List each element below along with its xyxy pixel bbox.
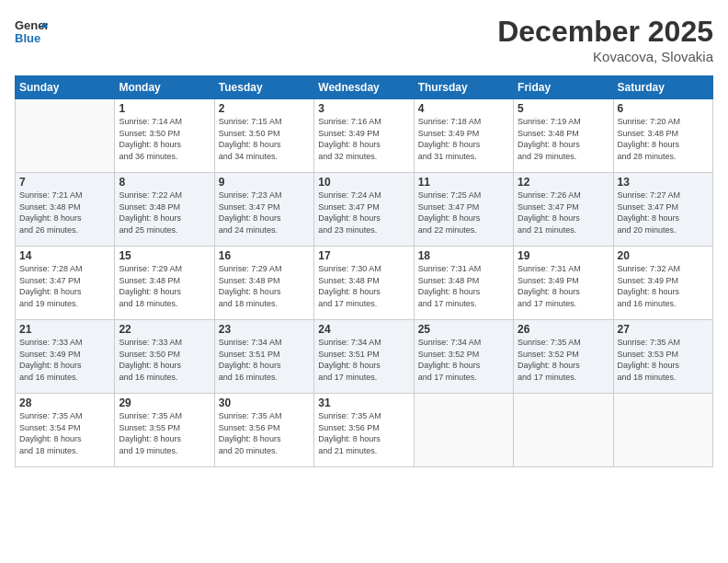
table-row: 18Sunrise: 7:31 AM Sunset: 3:48 PM Dayli… <box>414 247 513 320</box>
table-row: 4Sunrise: 7:18 AM Sunset: 3:49 PM Daylig… <box>414 99 513 173</box>
table-row: 1Sunrise: 7:14 AM Sunset: 3:50 PM Daylig… <box>115 99 214 173</box>
day-number: 29 <box>119 396 210 409</box>
header-row: Sunday Monday Tuesday Wednesday Thursday… <box>16 76 713 99</box>
day-info: Sunrise: 7:33 AM Sunset: 3:49 PM Dayligh… <box>19 337 110 383</box>
table-row: 9Sunrise: 7:23 AM Sunset: 3:47 PM Daylig… <box>214 173 313 247</box>
day-number: 23 <box>219 323 310 336</box>
day-info: Sunrise: 7:15 AM Sunset: 3:50 PM Dayligh… <box>219 116 310 162</box>
day-info: Sunrise: 7:29 AM Sunset: 3:48 PM Dayligh… <box>219 263 310 309</box>
table-row: 15Sunrise: 7:29 AM Sunset: 3:48 PM Dayli… <box>115 247 214 320</box>
table-row: 28Sunrise: 7:35 AM Sunset: 3:54 PM Dayli… <box>16 394 115 467</box>
day-number: 19 <box>518 249 609 262</box>
day-number: 8 <box>119 176 210 189</box>
table-row <box>514 394 613 467</box>
day-number: 22 <box>119 323 210 336</box>
day-number: 1 <box>119 102 210 115</box>
table-row: 26Sunrise: 7:35 AM Sunset: 3:52 PM Dayli… <box>514 320 613 394</box>
table-row: 14Sunrise: 7:28 AM Sunset: 3:47 PM Dayli… <box>16 247 115 320</box>
table-row: 3Sunrise: 7:16 AM Sunset: 3:49 PM Daylig… <box>314 99 414 173</box>
day-number: 20 <box>618 249 709 262</box>
day-number: 4 <box>418 102 509 115</box>
day-info: Sunrise: 7:35 AM Sunset: 3:52 PM Dayligh… <box>518 337 609 383</box>
table-row: 2Sunrise: 7:15 AM Sunset: 3:50 PM Daylig… <box>214 99 313 173</box>
table-row: 29Sunrise: 7:35 AM Sunset: 3:55 PM Dayli… <box>115 394 214 467</box>
calendar-week-row: 14Sunrise: 7:28 AM Sunset: 3:47 PM Dayli… <box>16 247 713 320</box>
header: General Blue December 2025 Kovacova, Slo… <box>15 15 713 64</box>
day-info: Sunrise: 7:29 AM Sunset: 3:48 PM Dayligh… <box>119 263 210 309</box>
day-number: 14 <box>19 249 110 262</box>
col-thursday: Thursday <box>414 76 513 99</box>
table-row: 19Sunrise: 7:31 AM Sunset: 3:49 PM Dayli… <box>514 247 613 320</box>
day-number: 31 <box>318 396 409 409</box>
day-info: Sunrise: 7:35 AM Sunset: 3:56 PM Dayligh… <box>219 410 310 456</box>
day-number: 2 <box>219 102 310 115</box>
table-row: 24Sunrise: 7:34 AM Sunset: 3:51 PM Dayli… <box>314 320 414 394</box>
day-info: Sunrise: 7:26 AM Sunset: 3:47 PM Dayligh… <box>518 190 609 236</box>
col-sunday: Sunday <box>16 76 115 99</box>
day-info: Sunrise: 7:27 AM Sunset: 3:47 PM Dayligh… <box>618 190 709 236</box>
day-info: Sunrise: 7:28 AM Sunset: 3:47 PM Dayligh… <box>19 263 110 309</box>
day-number: 11 <box>418 176 509 189</box>
day-info: Sunrise: 7:35 AM Sunset: 3:53 PM Dayligh… <box>618 337 709 383</box>
table-row <box>414 394 513 467</box>
table-row: 17Sunrise: 7:30 AM Sunset: 3:48 PM Dayli… <box>314 247 414 320</box>
day-info: Sunrise: 7:30 AM Sunset: 3:48 PM Dayligh… <box>318 263 409 309</box>
table-row <box>16 99 115 173</box>
day-info: Sunrise: 7:20 AM Sunset: 3:48 PM Dayligh… <box>618 116 709 162</box>
table-row: 8Sunrise: 7:22 AM Sunset: 3:48 PM Daylig… <box>115 173 214 247</box>
table-row: 5Sunrise: 7:19 AM Sunset: 3:48 PM Daylig… <box>514 99 613 173</box>
day-info: Sunrise: 7:19 AM Sunset: 3:48 PM Dayligh… <box>518 116 609 162</box>
day-number: 24 <box>318 323 409 336</box>
calendar-week-row: 28Sunrise: 7:35 AM Sunset: 3:54 PM Dayli… <box>16 394 713 467</box>
table-row: 30Sunrise: 7:35 AM Sunset: 3:56 PM Dayli… <box>214 394 313 467</box>
day-info: Sunrise: 7:31 AM Sunset: 3:49 PM Dayligh… <box>518 263 609 309</box>
day-number: 10 <box>318 176 409 189</box>
day-number: 28 <box>19 396 110 409</box>
day-number: 21 <box>19 323 110 336</box>
page: General Blue December 2025 Kovacova, Slo… <box>0 0 728 563</box>
day-number: 3 <box>318 102 409 115</box>
day-number: 30 <box>219 396 310 409</box>
col-saturday: Saturday <box>613 76 712 99</box>
table-row: 13Sunrise: 7:27 AM Sunset: 3:47 PM Dayli… <box>613 173 712 247</box>
table-row: 20Sunrise: 7:32 AM Sunset: 3:49 PM Dayli… <box>613 247 712 320</box>
logo: General Blue <box>15 15 48 52</box>
col-monday: Monday <box>115 76 214 99</box>
calendar-week-row: 7Sunrise: 7:21 AM Sunset: 3:48 PM Daylig… <box>16 173 713 247</box>
day-info: Sunrise: 7:34 AM Sunset: 3:51 PM Dayligh… <box>219 337 310 383</box>
day-number: 9 <box>219 176 310 189</box>
day-info: Sunrise: 7:31 AM Sunset: 3:48 PM Dayligh… <box>418 263 509 309</box>
table-row: 16Sunrise: 7:29 AM Sunset: 3:48 PM Dayli… <box>214 247 313 320</box>
table-row: 31Sunrise: 7:35 AM Sunset: 3:56 PM Dayli… <box>314 394 414 467</box>
table-row: 11Sunrise: 7:25 AM Sunset: 3:47 PM Dayli… <box>414 173 513 247</box>
day-number: 16 <box>219 249 310 262</box>
day-number: 25 <box>418 323 509 336</box>
location: Kovacova, Slovakia <box>497 49 713 64</box>
day-info: Sunrise: 7:34 AM Sunset: 3:51 PM Dayligh… <box>318 337 409 383</box>
col-friday: Friday <box>514 76 613 99</box>
day-info: Sunrise: 7:16 AM Sunset: 3:49 PM Dayligh… <box>318 116 409 162</box>
day-info: Sunrise: 7:22 AM Sunset: 3:48 PM Dayligh… <box>119 190 210 236</box>
table-row: 12Sunrise: 7:26 AM Sunset: 3:47 PM Dayli… <box>514 173 613 247</box>
day-info: Sunrise: 7:23 AM Sunset: 3:47 PM Dayligh… <box>219 190 310 236</box>
day-number: 27 <box>618 323 709 336</box>
day-number: 5 <box>518 102 609 115</box>
day-number: 6 <box>618 102 709 115</box>
day-info: Sunrise: 7:35 AM Sunset: 3:55 PM Dayligh… <box>119 410 210 456</box>
day-number: 18 <box>418 249 509 262</box>
day-info: Sunrise: 7:35 AM Sunset: 3:54 PM Dayligh… <box>19 410 110 456</box>
day-info: Sunrise: 7:14 AM Sunset: 3:50 PM Dayligh… <box>119 116 210 162</box>
calendar-table: Sunday Monday Tuesday Wednesday Thursday… <box>15 75 713 467</box>
day-info: Sunrise: 7:21 AM Sunset: 3:48 PM Dayligh… <box>19 190 110 236</box>
day-info: Sunrise: 7:34 AM Sunset: 3:52 PM Dayligh… <box>418 337 509 383</box>
table-row: 22Sunrise: 7:33 AM Sunset: 3:50 PM Dayli… <box>115 320 214 394</box>
calendar-week-row: 21Sunrise: 7:33 AM Sunset: 3:49 PM Dayli… <box>16 320 713 394</box>
day-info: Sunrise: 7:32 AM Sunset: 3:49 PM Dayligh… <box>618 263 709 309</box>
table-row: 10Sunrise: 7:24 AM Sunset: 3:47 PM Dayli… <box>314 173 414 247</box>
day-number: 7 <box>19 176 110 189</box>
col-tuesday: Tuesday <box>214 76 313 99</box>
day-info: Sunrise: 7:33 AM Sunset: 3:50 PM Dayligh… <box>119 337 210 383</box>
day-number: 26 <box>518 323 609 336</box>
table-row: 23Sunrise: 7:34 AM Sunset: 3:51 PM Dayli… <box>214 320 313 394</box>
calendar-week-row: 1Sunrise: 7:14 AM Sunset: 3:50 PM Daylig… <box>16 99 713 173</box>
